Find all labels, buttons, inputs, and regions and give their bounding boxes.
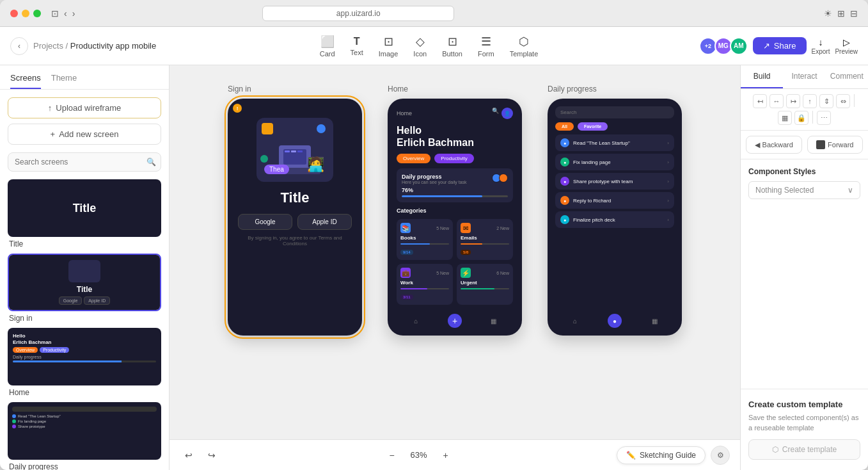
toolbar-center: ⬜ Card T Text ⊡ Image ◇ Icon ⊡ Button ☰ … [156,35,702,58]
component-styles-title: Component Styles [748,167,860,176]
sidebar-tab-theme[interactable]: Theme [51,73,77,89]
task-item-4[interactable]: ● Reply to Richard › [555,192,674,209]
distribute-h-tool[interactable]: ⇔ [836,94,850,108]
toolbar-right: +2 MG AM ↗ Share ↓ Export ▷ Preview [702,37,858,55]
cat-books[interactable]: 📚 5 New Books 9/14 [397,219,453,260]
share-icon: ↗ [763,41,770,51]
tool-button[interactable]: ⊡ Button [442,35,462,58]
daily-content: Search All Favorite ● Read "The Lean Sta… [548,99,682,336]
align-right-tool[interactable]: ↦ [786,94,800,108]
task-dot-3: ● [560,177,569,186]
task-item-5[interactable]: ● Finalize pitch deck › [555,211,674,228]
screen-item-title[interactable]: Title Title [8,179,161,248]
tools-divider-2 [812,111,813,124]
align-top-tool[interactable]: ↑ [803,94,817,108]
task-item-2[interactable]: ● Fix landing page › [555,154,674,170]
task-item-3[interactable]: ● Share prototype with team › [555,173,674,190]
redo-button[interactable]: ↪ [203,446,221,464]
fullscreen-icon[interactable]: ⊞ [837,8,845,19]
avatar-am: AM [730,37,748,55]
export-button[interactable]: ↓ Export [812,37,830,55]
close-button[interactable] [10,10,18,17]
upload-wireframe-button[interactable]: ↑ Upload wireframe [8,97,161,118]
search-input[interactable] [8,152,161,172]
daily-search[interactable]: Search [555,106,674,118]
task-item-1[interactable]: ● Read "The Lean Startup" › [555,134,674,151]
canvas-settings-button[interactable]: ⚙ [711,446,730,465]
url-bar[interactable]: app.uizard.io [262,6,454,21]
canvas-controls-center: − 63% + [383,446,454,464]
signin-terms: By signing in, you agree to our Terms an… [238,235,352,247]
filter-all[interactable]: All [555,122,574,131]
right-tab-build[interactable]: Build [741,65,783,88]
canvas-area: Sign in ! [170,65,740,470]
maximize-button[interactable] [33,10,41,17]
backward-button[interactable]: ◀ Backward [746,136,802,154]
plus-icon: + [51,129,56,139]
share-button[interactable]: ↗ Share [753,37,807,54]
title-bar-right: ☀ ⊞ ⊟ [824,8,858,19]
main-content: Screens Theme ↑ Upload wireframe + Add n… [0,65,868,470]
create-template-button[interactable]: ⬡ Create template [748,439,860,460]
tool-template[interactable]: ⬡ Template [510,35,539,58]
settings-icon: ⚙ [717,451,724,460]
back-button[interactable]: ‹ [10,37,28,55]
google-button[interactable]: Google [238,214,292,230]
zoom-in-button[interactable]: + [436,446,454,464]
back-nav-icon[interactable]: ‹ [64,8,67,19]
screen-item-daily[interactable]: Read "The Lean Startup" Fix landing page… [8,402,161,470]
tool-icon[interactable]: ◇ Icon [413,35,427,58]
align-center-tool[interactable]: ↔ [769,94,784,108]
screen-item-signin[interactable]: Title Google Apple ID Sign in [8,254,161,323]
template-icon: ⬡ [519,35,529,49]
forward-icon [816,140,825,149]
daily-nav-home[interactable]: ⌂ [568,314,582,328]
more-tool[interactable]: ⋯ [817,111,831,125]
phone-signin[interactable]: ! [228,99,362,336]
minimize-button[interactable] [22,10,29,17]
lock-tool[interactable]: 🔒 [794,111,809,125]
nav-add-icon[interactable]: + [448,314,462,328]
sidebar-toggle-icon[interactable]: ⊡ [51,8,59,19]
signin-content: 🧑‍💻 Thea Title Google [228,99,362,336]
text-icon: T [354,36,360,47]
screen-frame-home: Home Home 🔍 👤 HelloErlich Bachman [388,85,522,336]
filter-favorite[interactable]: Favorite [578,122,608,131]
window-action-icon[interactable]: ⊟ [850,8,858,19]
right-tab-interact[interactable]: Interact [783,65,825,88]
task-name-4: Reply to Richard [573,198,611,204]
screen-item-home[interactable]: HelloErlich Bachman Overview Productivit… [8,328,161,397]
screen-name-daily: Daily progress [8,462,161,470]
cat-icon-books: 📚 [400,223,411,233]
sketching-guide-button[interactable]: ✏️ Sketching Guide [617,446,706,464]
right-tab-comment[interactable]: Comment [826,65,868,88]
tool-text[interactable]: T Text [351,36,363,56]
daily-nav-menu[interactable]: ▦ [647,314,661,328]
cat-urgent[interactable]: ⚡ 6 New Urgent [457,264,513,305]
apple-button[interactable]: Apple ID [297,214,352,230]
align-left-tool[interactable]: ↤ [753,94,767,108]
pill-productivity[interactable]: Productivity [434,154,473,163]
tool-form[interactable]: ☰ Form [478,35,494,58]
phone-daily[interactable]: Search All Favorite ● Read "The Lean Sta… [548,99,682,336]
sidebar-tab-screens[interactable]: Screens [10,73,41,89]
distribute-tool[interactable]: ⇕ [819,94,833,108]
group-tool[interactable]: ▦ [778,111,792,125]
phone-home[interactable]: Home 🔍 👤 HelloErlich Bachman Overview Pr… [388,99,522,336]
daily-nav-circle[interactable]: ● [608,314,622,328]
nav-menu-icon[interactable]: ▦ [487,314,501,328]
cat-emails[interactable]: ✉ 2 New Emails 5/8 [457,219,513,260]
preview-button[interactable]: ▷ Preview [835,37,858,55]
nav-home-icon[interactable]: ⌂ [409,314,423,328]
cat-work[interactable]: 💼 5 New Work 3/11 [397,264,453,305]
add-screen-button[interactable]: + Add new screen [8,124,161,145]
cat-icon-emails: ✉ [461,223,471,233]
component-styles-select[interactable]: Nothing Selected ∨ [748,181,860,199]
zoom-out-button[interactable]: − [383,446,400,464]
undo-button[interactable]: ↩ [180,446,198,464]
pill-overview[interactable]: Overview [397,154,430,163]
forward-button[interactable]: Forward [807,136,864,154]
forward-nav-icon[interactable]: › [72,8,75,19]
tool-image[interactable]: ⊡ Image [379,35,398,58]
tool-card[interactable]: ⬜ Card [320,35,335,58]
